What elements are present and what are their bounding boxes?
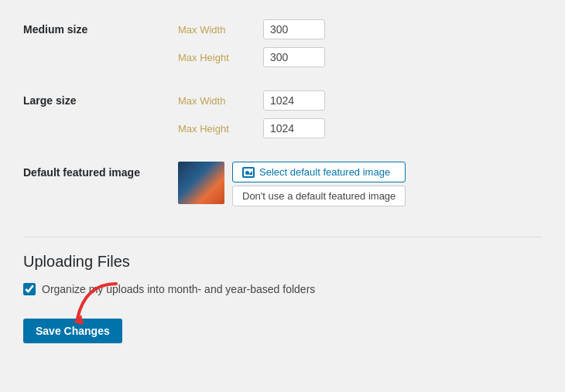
medium-max-width-input[interactable] bbox=[263, 19, 325, 39]
large-max-height-label: Max Height bbox=[178, 123, 237, 135]
uploading-files-title: Uploading Files bbox=[23, 237, 542, 271]
organize-uploads-label[interactable]: Organize my uploads into month- and year… bbox=[42, 283, 315, 295]
medium-max-width-label: Max Width bbox=[178, 24, 233, 36]
remove-image-label: Don't use a default featured image bbox=[242, 190, 396, 202]
medium-max-height-input[interactable] bbox=[263, 47, 325, 67]
medium-size-label: Medium size bbox=[23, 15, 87, 36]
medium-max-height-label: Max Height bbox=[178, 52, 237, 63]
featured-image-label: Default featured image bbox=[23, 159, 140, 179]
organize-uploads-checkbox[interactable] bbox=[23, 283, 36, 295]
large-max-width-label: Max Width bbox=[178, 95, 233, 107]
select-image-label: Select default featured image bbox=[259, 166, 390, 178]
image-icon bbox=[242, 167, 255, 178]
large-max-width-input[interactable] bbox=[263, 90, 325, 111]
large-max-height-input[interactable] bbox=[263, 118, 325, 138]
select-featured-image-button[interactable]: Select default featured image bbox=[232, 162, 406, 182]
remove-featured-image-button[interactable]: Don't use a default featured image bbox=[232, 186, 406, 206]
featured-image-thumbnail bbox=[178, 162, 224, 204]
save-changes-button[interactable]: Save Changes bbox=[23, 319, 122, 343]
large-size-label: Large size bbox=[23, 87, 76, 107]
